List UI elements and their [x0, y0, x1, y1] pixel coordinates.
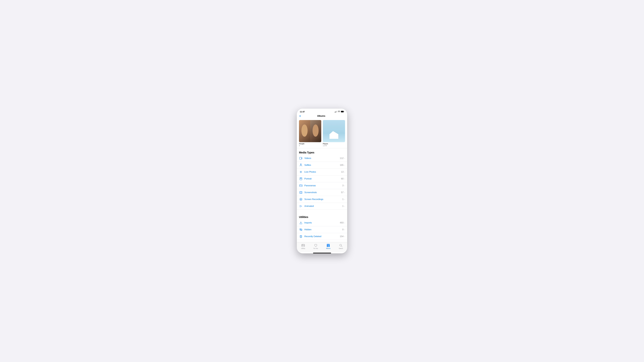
imports-label: Imports [304, 221, 340, 224]
people-count: 8 [299, 145, 321, 147]
hidden-chevron: › [344, 229, 345, 231]
svg-rect-3 [300, 157, 302, 159]
recently-deleted-count: 154 [340, 235, 344, 238]
live-photos-icon [299, 170, 303, 174]
svg-rect-29 [327, 244, 330, 245]
panoramas-label: Panoramas [304, 184, 342, 187]
svg-rect-25 [327, 245, 328, 246]
list-item-hidden[interactable]: Hidden 0 › [297, 226, 347, 233]
for-you-tab-label: For You [314, 248, 318, 249]
videos-chevron: › [344, 157, 345, 159]
selfies-chevron: › [344, 164, 345, 166]
tab-albums[interactable]: Albums [322, 243, 335, 250]
imports-icon [299, 221, 303, 225]
list-item-recently-deleted[interactable]: Recently Deleted 154 › [297, 233, 347, 240]
svg-point-24 [302, 245, 302, 245]
library-tab-label: Library [301, 248, 305, 249]
people-label: People [299, 143, 321, 145]
svg-rect-13 [300, 192, 302, 193]
portrait-icon [299, 177, 303, 181]
videos-label: Videos [304, 157, 340, 160]
portrait-chevron: › [344, 178, 345, 180]
imports-chevron: › [344, 222, 345, 224]
screenshots-count: 57 [341, 191, 344, 194]
person1-photo [299, 120, 310, 142]
live-photos-chevron: › [344, 171, 345, 173]
wifi-icon [338, 111, 340, 112]
add-album-button[interactable]: + [299, 114, 301, 118]
phone-frame: 11:47 + Albums [297, 109, 347, 254]
places-album-card[interactable]: Places 1,076 [323, 120, 345, 147]
videos-count: 112 [340, 157, 344, 160]
selfies-label: Selfies [304, 164, 340, 166]
portrait-count: 60 [341, 177, 344, 180]
hidden-count: 0 [342, 228, 344, 231]
svg-rect-26 [328, 245, 330, 246]
tab-for-you[interactable]: For You [310, 243, 322, 250]
selfie-icon [299, 163, 303, 167]
svg-rect-11 [300, 185, 302, 187]
people-album-card[interactable]: People 8 [299, 120, 321, 147]
screenshots-icon [299, 191, 303, 194]
svg-line-31 [341, 246, 342, 247]
svg-rect-27 [327, 246, 328, 247]
list-item-screenshots[interactable]: Screenshots 57 › [297, 189, 347, 196]
places-thumbnail [323, 120, 345, 142]
svg-point-10 [300, 178, 301, 179]
panorama-icon [299, 184, 303, 188]
tab-search[interactable]: Search [334, 243, 347, 250]
signal-icon [335, 111, 337, 112]
places-count: 1,076 [323, 145, 345, 147]
list-item-screen-recordings[interactable]: Screen Recordings 1 › [297, 196, 347, 203]
home-indicator [313, 253, 331, 253]
tab-library[interactable]: Library [297, 243, 310, 250]
svg-rect-5 [300, 164, 301, 164]
nav-bar: + Albums [297, 114, 347, 119]
recently-deleted-label: Recently Deleted [304, 235, 340, 238]
list-item-imports[interactable]: Imports 493 › [297, 219, 347, 226]
albums-tab-label: Albums [326, 248, 330, 249]
trash-icon [299, 235, 303, 238]
screen-recordings-label: Screen Recordings [304, 198, 342, 201]
people-thumbnail [299, 120, 321, 142]
screen-recordings-icon [299, 197, 303, 201]
hidden-label: Hidden [304, 228, 342, 231]
list-item-animated[interactable]: Animated 1 › [297, 203, 347, 210]
svg-rect-1 [344, 111, 344, 112]
scroll-content: People 8 Places 1,076 Media Types Videos [297, 119, 347, 242]
places-label: Places [323, 143, 345, 145]
animated-count: 1 [342, 205, 344, 208]
library-tab-icon [301, 244, 305, 247]
panoramas-chevron: › [344, 185, 345, 187]
utilities-header: Utilities [297, 213, 347, 219]
panoramas-count: 3 [342, 184, 344, 187]
video-icon [299, 156, 303, 160]
svg-rect-12 [300, 191, 302, 194]
svg-point-8 [300, 172, 301, 172]
selfies-count: 165 [340, 164, 344, 166]
list-item-panoramas[interactable]: Panoramas 3 › [297, 182, 347, 189]
search-tab-icon [339, 244, 343, 247]
media-types-header: Media Types [297, 148, 347, 155]
list-item-portrait[interactable]: Portrait 60 › [297, 175, 347, 182]
battery-icon [341, 111, 344, 112]
screenshots-label: Screenshots [304, 191, 341, 194]
tab-bar: Library For You Albums [297, 242, 347, 252]
for-you-tab-icon [314, 244, 318, 247]
search-tab-label: Search [339, 248, 343, 249]
person2-photo [310, 120, 321, 142]
page-title: Albums [317, 115, 325, 117]
map-preview [323, 120, 345, 142]
status-icons [335, 111, 344, 112]
imports-count: 493 [340, 221, 344, 224]
list-item-selfies[interactable]: Selfies 165 › [297, 162, 347, 169]
animated-label: Animated [304, 205, 342, 208]
live-photos-count: 13 [341, 171, 344, 173]
list-item-videos[interactable]: Videos 112 › [297, 155, 347, 162]
portrait-label: Portrait [304, 177, 341, 180]
svg-rect-28 [328, 246, 330, 247]
screen-recordings-count: 1 [342, 198, 344, 201]
list-item-live-photos[interactable]: Live Photos 13 › [297, 169, 347, 175]
people-places-section: People 8 Places 1,076 [297, 119, 347, 148]
status-time: 11:47 [300, 110, 305, 113]
